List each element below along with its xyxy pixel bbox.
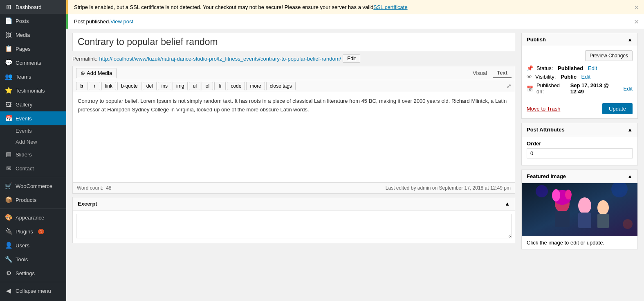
notice-warning: Stripe is enabled, but a SSL certificate… [66,0,644,14]
permalink-url[interactable]: http://localhost/www/luzuk/natraj-dance-… [99,56,341,62]
preview-changes-button[interactable]: Preview Changes [585,50,633,61]
expand-editor-button[interactable]: ⤢ [507,83,512,89]
sidebar-item-label: Comments [16,60,41,66]
sidebar-item-sliders[interactable]: ▤ Sliders [0,147,66,161]
img-button[interactable]: img [173,82,188,90]
sidebar-sub-events-label: Events [16,128,32,134]
sidebar-item-tools[interactable]: 🔧 Tools [0,252,66,266]
sidebar-item-woocommerce[interactable]: 🛒 WooCommerce [0,179,66,193]
sidebar-item-posts[interactable]: 📄 Posts [0,14,66,28]
featured-image-header[interactable]: Featured Image ▲ [522,170,637,183]
word-count-value: 48 [106,185,111,191]
sidebar-item-dashboard[interactable]: ⊞ Dashboard [0,0,66,14]
sidebar-item-events[interactable]: 📅 Events ◀ [0,111,66,125]
editor-content[interactable]: Contrary to popular belief, Lorem Ipsum … [73,92,515,182]
editor-toolbar-top: ⊕ Add Media Visual Text [73,66,515,80]
word-count-area: Word count: 48 [77,185,112,191]
teams-icon: 👥 [5,73,12,80]
sidebar-item-contact[interactable]: ✉ Contact [0,161,66,175]
svg-point-3 [578,197,591,214]
link-button[interactable]: link [101,82,116,90]
sidebar-item-label: Sliders [16,152,32,158]
sidebar-item-appearance[interactable]: 🎨 Appearance [0,210,66,224]
featured-image-thumbnail[interactable] [522,183,637,236]
pages-icon: 📋 [5,45,12,52]
edit-permalink-button[interactable]: Edit [343,54,360,63]
visibility-edit-link[interactable]: Edit [581,74,590,80]
bquote-button[interactable]: b-quote [117,82,141,90]
publish-box-body: Preview Changes 📌 Status: Published Edit… [522,46,637,118]
excerpt-header[interactable]: Excerpt ▲ [73,197,515,210]
more-button[interactable]: more [246,82,265,90]
bold-button[interactable]: b [76,82,88,90]
visibility-row: 👁 Visibility: Public Edit [527,74,633,80]
status-label: Status: [536,65,553,71]
move-to-trash-button[interactable]: Move to Trash [527,106,560,112]
sidebar-divider [0,177,66,177]
published-edit-link[interactable]: Edit [624,86,633,92]
sidebar-item-label: Pages [16,46,31,52]
notice-success-close[interactable]: ✕ [634,18,639,25]
sidebar-sub-events[interactable]: Events [0,125,66,136]
ol-button[interactable]: ol [202,82,213,90]
collapse-label: Collapse menu [16,288,51,294]
update-button[interactable]: Update [602,103,633,114]
visibility-label: Visibility: [535,74,556,80]
sidebar-item-products[interactable]: 📦 Products [0,193,66,207]
featured-image-box: Featured Image ▲ [521,170,638,249]
permalink-label: Permalink: [72,56,97,62]
ul-button[interactable]: ul [189,82,200,90]
status-edit-link[interactable]: Edit [588,65,597,71]
svg-point-8 [597,200,609,215]
sidebar-item-testimonials[interactable]: ⭐ Testimonials [0,84,66,97]
close-tags-button[interactable]: close tags [266,82,296,90]
text-tab[interactable]: Text [493,68,512,78]
status-row: 📌 Status: Published Edit [527,65,633,71]
notice-view-post-link[interactable]: View post [110,18,133,25]
plus-icon: ⊕ [81,70,85,76]
sidebar-item-label: Posts [16,18,29,24]
sidebar-item-comments[interactable]: 💬 Comments [0,56,66,70]
notice-warning-close[interactable]: ✕ [634,3,639,11]
publish-box-header[interactable]: Publish ▲ [522,33,637,46]
publish-actions: Preview Changes [527,50,633,61]
sidebar-item-pages[interactable]: 📋 Pages [0,42,66,56]
ins-button[interactable]: ins [158,82,171,90]
sidebar-item-media[interactable]: 🖼 Media [0,28,66,42]
notice-success-text: Post published. [74,18,110,25]
order-input[interactable] [527,148,633,158]
visual-tab[interactable]: Visual [469,68,491,78]
excerpt-textarea[interactable] [76,214,512,238]
featured-image-collapse-icon: ▲ [627,173,633,179]
sliders-icon: ▤ [5,151,12,158]
sidebar-collapse[interactable]: ◀ Collapse menu [0,284,66,298]
sidebar-item-settings[interactable]: ⚙ Settings [0,266,66,280]
post-attributes-header[interactable]: Post Attributes ▲ [522,123,637,136]
svg-rect-9 [597,214,609,228]
sidebar-sub-add-new-label: Add New [16,139,37,145]
sidebar-item-users[interactable]: 👤 Users [0,238,66,252]
svg-rect-2 [555,211,570,227]
add-media-button[interactable]: ⊕ Add Media [76,68,117,78]
sidebar-sub-add-new[interactable]: Add New [0,136,66,147]
code-button[interactable]: code [227,82,245,90]
woocommerce-icon: 🛒 [5,182,12,190]
format-toolbar: b i link b-quote del ins img ul ol li co… [73,80,515,92]
published-value: Sep 17, 2018 @ 12:49 [570,82,619,95]
del-button[interactable]: del [143,82,157,90]
sidebar-item-label: Events [16,115,32,122]
sidebar-item-plugins[interactable]: 🔌 Plugins 1 [0,224,66,238]
notice-ssl-link[interactable]: SSL certificate [373,4,407,10]
sidebar-item-label: Settings [16,270,35,276]
li-button[interactable]: li [214,82,226,90]
last-edited: Last edited by admin on September 17, 20… [386,185,511,191]
view-tabs: Visual Text [469,68,512,78]
italic-button[interactable]: i [89,82,100,90]
contact-icon: ✉ [5,165,12,172]
post-title-input[interactable] [72,33,515,51]
testimonials-icon: ⭐ [5,87,12,94]
sidebar-item-teams[interactable]: 👥 Teams [0,70,66,84]
sidebar-item-gallery[interactable]: 🖼 Gallery [0,97,66,111]
permalink-row: Permalink: http://localhost/www/luzuk/na… [72,54,515,63]
publish-collapse-icon: ▲ [627,36,633,43]
